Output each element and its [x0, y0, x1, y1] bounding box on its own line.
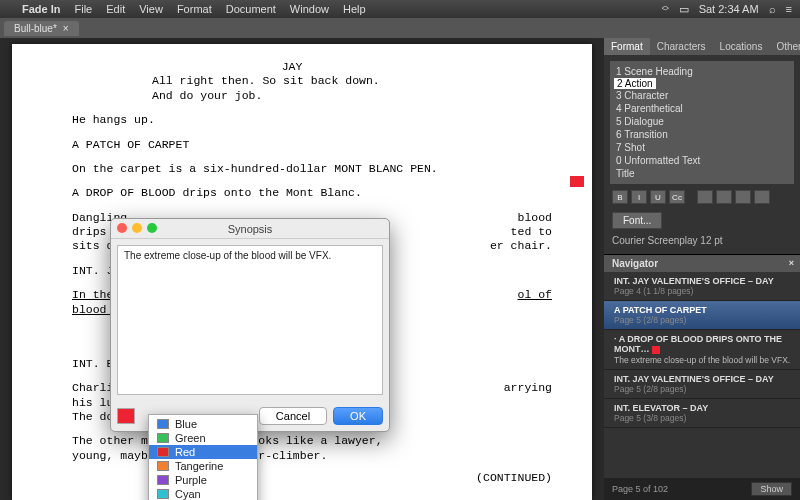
format-panel-tabs: Format Characters Locations Other	[604, 38, 800, 55]
font-info: Courier Screenplay 12 pt	[612, 235, 792, 246]
navigator-header: Navigator ×	[604, 255, 800, 272]
menubar: Fade In File Edit View Format Document W…	[0, 0, 800, 18]
menu-fadein[interactable]: Fade In	[22, 3, 61, 15]
dialog-title: Synopsis	[228, 223, 273, 235]
show-button[interactable]: Show	[751, 482, 792, 496]
align-left-button[interactable]	[697, 190, 713, 204]
scene-heading: A PATCH OF CARPET	[72, 138, 552, 152]
tab-characters[interactable]: Characters	[650, 38, 713, 55]
align-center-button[interactable]	[716, 190, 732, 204]
color-swatch-icon	[157, 489, 169, 499]
color-swatch-icon	[157, 419, 169, 429]
element-type-item[interactable]: 7 Shot	[610, 141, 794, 154]
editor-area: JAY All right then. So sit back down. An…	[0, 38, 604, 500]
element-type-item[interactable]: Title	[610, 167, 794, 180]
color-swatch-icon	[157, 461, 169, 471]
synopsis-color-marker[interactable]	[570, 176, 584, 187]
notifications-icon[interactable]: ≡	[786, 3, 792, 15]
element-list[interactable]: 1 Scene Heading2 Action3 Character4 Pare…	[610, 61, 794, 184]
menu-view[interactable]: View	[139, 3, 163, 15]
color-option[interactable]: Tangerine	[149, 459, 257, 473]
dialog-titlebar[interactable]: Synopsis	[111, 219, 389, 239]
document-tab[interactable]: Bull-blue* ×	[4, 21, 79, 36]
wifi-icon[interactable]: ⌔	[662, 3, 669, 15]
dialogue-line: All right then. So sit back down.	[152, 74, 432, 88]
align-right-button[interactable]	[735, 190, 751, 204]
document-tabbar: Bull-blue* ×	[0, 18, 800, 38]
document-tab-title: Bull-blue*	[14, 23, 57, 34]
element-type-item[interactable]: 0 Unformatted Text	[610, 154, 794, 167]
navigator-item[interactable]: · A DROP OF BLOOD drips onto the Mont…Th…	[604, 330, 800, 370]
action-line: A DROP OF BLOOD drips onto the Mont Blan…	[72, 186, 552, 200]
italic-button[interactable]: I	[631, 190, 647, 204]
navigator-item[interactable]: A PATCH OF CARPETPage 5 (2/8 pages)	[604, 301, 800, 330]
cancel-button[interactable]: Cancel	[259, 407, 327, 425]
element-type-item[interactable]: 5 Dialogue	[610, 115, 794, 128]
character-name: JAY	[152, 60, 432, 74]
tab-locations[interactable]: Locations	[713, 38, 770, 55]
color-dropdown: BlueGreenRedTangerinePurpleCyanMagentaYe…	[148, 414, 258, 500]
menu-document[interactable]: Document	[226, 3, 276, 15]
menu-edit[interactable]: Edit	[106, 3, 125, 15]
font-button[interactable]: Font...	[612, 212, 662, 229]
close-panel-icon[interactable]: ×	[789, 258, 794, 268]
element-type-item[interactable]: 1 Scene Heading	[610, 65, 794, 78]
close-tab-icon[interactable]: ×	[63, 23, 69, 34]
element-type-item[interactable]: 2 Action	[614, 78, 656, 89]
navigator-item[interactable]: INT. JAY VALENTINE'S OFFICE – DAYPage 4 …	[604, 272, 800, 301]
action-line: He hangs up.	[72, 113, 552, 127]
underline-button[interactable]: U	[650, 190, 666, 204]
element-type-item[interactable]: 3 Character	[610, 89, 794, 102]
menubar-clock[interactable]: Sat 2:34 AM	[699, 3, 759, 15]
spotlight-icon[interactable]: ⌕	[769, 3, 776, 15]
color-option[interactable]: Green	[149, 431, 257, 445]
navigator-item[interactable]: INT. ELEVATOR – DAYPage 5 (3/8 pages)	[604, 399, 800, 428]
minimize-window-icon[interactable]	[132, 223, 142, 233]
menu-window[interactable]: Window	[290, 3, 329, 15]
page-counter: Page 5 of 102	[612, 484, 668, 494]
close-window-icon[interactable]	[117, 223, 127, 233]
justify-button[interactable]	[754, 190, 770, 204]
element-type-item[interactable]: 6 Transition	[610, 128, 794, 141]
color-option[interactable]: Blue	[149, 417, 257, 431]
color-swatch-icon	[157, 433, 169, 443]
ok-button[interactable]: OK	[333, 407, 383, 425]
bold-button[interactable]: B	[612, 190, 628, 204]
navigator-list[interactable]: INT. JAY VALENTINE'S OFFICE – DAYPage 4 …	[604, 272, 800, 478]
tab-other[interactable]: Other	[769, 38, 800, 55]
menu-file[interactable]: File	[75, 3, 93, 15]
color-option[interactable]: Red	[149, 445, 257, 459]
synopsis-dialog: Synopsis The extreme close-up of the blo…	[110, 218, 390, 432]
case-button[interactable]: Cc	[669, 190, 685, 204]
navigator-item[interactable]: INT. JAY VALENTINE'S OFFICE – DAYPage 5 …	[604, 370, 800, 399]
action-line: The other m D BISHOP. He looks like a la…	[72, 434, 552, 448]
tab-format[interactable]: Format	[604, 38, 650, 55]
synopsis-textarea[interactable]: The extreme close-up of the blood will b…	[117, 245, 383, 395]
menu-help[interactable]: Help	[343, 3, 366, 15]
side-panels: Format Characters Locations Other 1 Scen…	[604, 38, 800, 500]
zoom-window-icon[interactable]	[147, 223, 157, 233]
color-option[interactable]: Cyan	[149, 487, 257, 500]
color-swatch-icon	[157, 447, 169, 457]
action-line: On the carpet is a six-hundred-dollar MO…	[72, 162, 552, 176]
menu-format[interactable]: Format	[177, 3, 212, 15]
element-type-item[interactable]: 4 Parenthetical	[610, 102, 794, 115]
color-option[interactable]: Purple	[149, 473, 257, 487]
dialogue-line: And do your job.	[152, 89, 432, 103]
continued-marker: (CONTINUED)	[72, 471, 552, 485]
format-panel: Format Characters Locations Other 1 Scen…	[604, 38, 800, 255]
color-swatch-icon	[652, 346, 660, 354]
action-line: young, mayb artner, a ladder-climber.	[72, 449, 552, 463]
style-button-row: BIUCc	[612, 190, 792, 204]
battery-icon[interactable]: ▭	[679, 3, 689, 16]
color-swatch-icon	[157, 475, 169, 485]
navigator-footer: Page 5 of 102 Show	[604, 478, 800, 500]
synopsis-color-picker[interactable]	[117, 408, 135, 424]
